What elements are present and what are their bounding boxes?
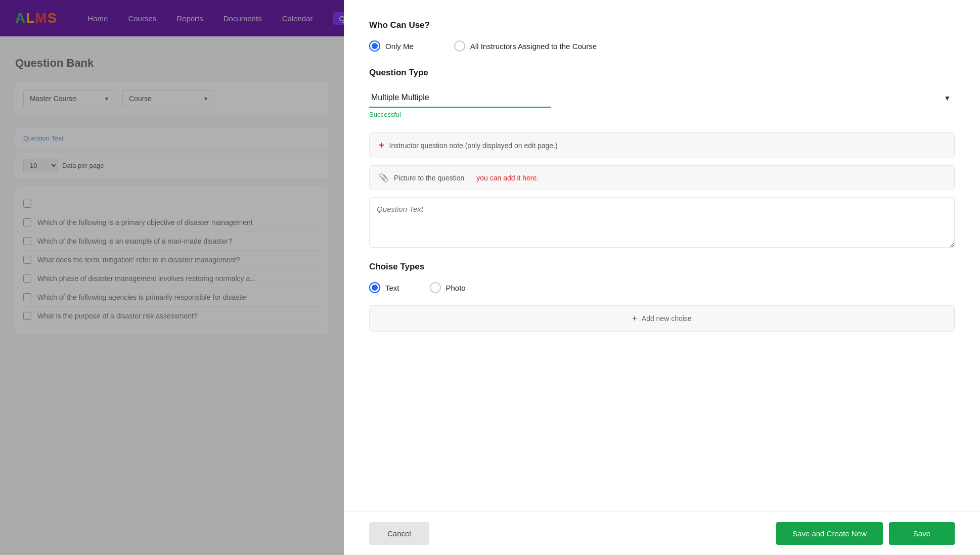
who-can-use-title: Who Can Use? <box>369 20 955 30</box>
instructor-note-label: Instructor question note (only displayed… <box>389 142 558 150</box>
picture-label: Picture to the question <box>394 174 464 182</box>
radio-all-instructors[interactable]: All Instructors Assigned to the Course <box>454 40 597 52</box>
add-choise-button[interactable]: + Add new choise <box>369 305 955 332</box>
who-can-use-section: Who Can Use? Only Me All Instructors Ass… <box>369 20 955 52</box>
radio-photo[interactable]: Photo <box>430 282 466 293</box>
radio-all-instructors-circle <box>454 40 465 52</box>
save-button[interactable]: Save <box>889 522 955 545</box>
radio-only-me-label: Only Me <box>385 42 414 51</box>
question-type-select-wrapper: Multiple Choice Multiple Multiple True/F… <box>369 88 955 108</box>
radio-only-me-circle <box>369 40 380 52</box>
overlay-dimmer <box>0 0 344 555</box>
footer-right-buttons: Save and Create New Save <box>776 522 955 545</box>
radio-photo-circle <box>430 282 441 293</box>
choise-types-radio-group: Text Photo <box>369 282 955 293</box>
paperclip-icon: 📎 <box>379 173 389 182</box>
choise-types-section: Choise Types Text Photo <box>369 262 955 293</box>
radio-all-instructors-label: All Instructors Assigned to the Course <box>470 42 597 51</box>
radio-only-me[interactable]: Only Me <box>369 40 414 52</box>
picture-row[interactable]: 📎 Picture to the question you can add it… <box>369 165 955 190</box>
instructor-note-row[interactable]: + Instructor question note (only display… <box>369 132 955 158</box>
modal-footer: Cancel Save and Create New Save <box>344 512 980 555</box>
question-type-section: Question Type Multiple Choice Multiple M… <box>369 68 955 118</box>
radio-text[interactable]: Text <box>369 282 399 293</box>
modal-panel: Who Can Use? Only Me All Instructors Ass… <box>344 0 980 555</box>
picture-link[interactable]: you can add it here. <box>476 174 539 182</box>
add-choise-label: Add new choise <box>642 314 692 322</box>
modal-body: Who Can Use? Only Me All Instructors Ass… <box>344 0 980 512</box>
plus-icon: + <box>379 140 384 151</box>
radio-text-circle <box>369 282 380 293</box>
radio-photo-label: Photo <box>446 284 466 292</box>
choise-types-title: Choise Types <box>369 262 955 272</box>
question-type-arrow-icon: ▼ <box>944 94 951 102</box>
who-can-use-radio-group: Only Me All Instructors Assigned to the … <box>369 40 955 52</box>
save-and-create-new-button[interactable]: Save and Create New <box>776 522 883 545</box>
cancel-button[interactable]: Cancel <box>369 522 429 545</box>
add-choise-plus-icon: + <box>632 314 637 322</box>
question-text-input[interactable] <box>369 197 955 248</box>
question-type-title: Question Type <box>369 68 955 78</box>
radio-text-label: Text <box>385 284 399 292</box>
success-status: Successful <box>369 111 955 118</box>
question-type-select[interactable]: Multiple Choice Multiple Multiple True/F… <box>369 88 551 108</box>
